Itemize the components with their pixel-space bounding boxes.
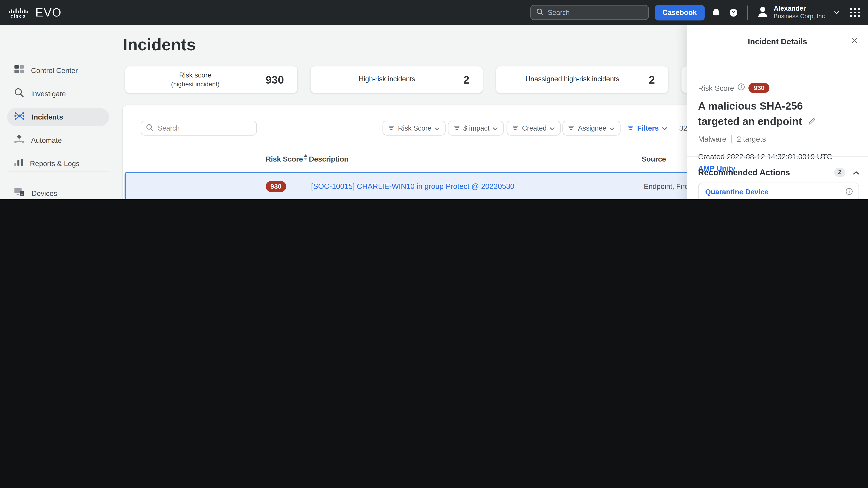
chevron-down-icon bbox=[493, 124, 498, 132]
stat-card-label: High-risk incidents bbox=[311, 75, 463, 84]
filter-chip-created[interactable]: Created bbox=[506, 121, 561, 135]
sidebar-item-incidents[interactable]: Incidents bbox=[7, 108, 109, 126]
stat-card: Unassigned high-risk incidents 2 bbox=[496, 66, 668, 93]
chevron-down-icon bbox=[610, 124, 615, 132]
app-grid-icon[interactable] bbox=[850, 8, 860, 17]
user-menu[interactable]: Alexander Business Corp, Inc bbox=[756, 5, 825, 20]
filter-icon bbox=[568, 124, 575, 132]
col-header-source: Source bbox=[642, 155, 666, 163]
filter-icon bbox=[389, 124, 395, 132]
sidebar-item-reports-logs[interactable]: Reports & Logs bbox=[7, 154, 109, 173]
table-search-input[interactable]: Search bbox=[141, 121, 257, 135]
risk-score-label: Risk Score bbox=[698, 84, 734, 92]
sidebar-item-label: Control Center bbox=[31, 66, 78, 75]
sidebar-item-investigate[interactable]: Investigate bbox=[7, 85, 109, 103]
filters-button[interactable]: Filters bbox=[628, 121, 667, 135]
automate-icon bbox=[14, 135, 24, 146]
notifications-bell-icon[interactable] bbox=[711, 7, 722, 18]
chevron-up-icon[interactable] bbox=[853, 167, 859, 177]
avatar-icon bbox=[756, 5, 770, 20]
cisco-logo-icon: cisco bbox=[9, 6, 28, 19]
incident-created: Created 2022-08-12 14:32:01.0019 UTC bbox=[698, 153, 832, 161]
user-org: Business Corp, Inc bbox=[774, 13, 825, 20]
page-title: Incidents bbox=[123, 35, 196, 54]
table-search-placeholder: Search bbox=[158, 124, 180, 132]
sidebar-item-label: Investigate bbox=[31, 90, 66, 98]
recommended-action-card[interactable]: Quarantine Device bbox=[698, 183, 859, 199]
stat-card: High-risk incidents 2 bbox=[311, 66, 483, 93]
casebook-button[interactable]: Casebook bbox=[655, 5, 705, 20]
stat-card-value: 2 bbox=[649, 73, 655, 86]
brand: cisco EVO bbox=[9, 6, 62, 19]
sidebar-item-label: Reports & Logs bbox=[30, 159, 79, 168]
user-name: Alexander bbox=[774, 5, 825, 13]
incident-category: Malware bbox=[698, 135, 726, 143]
chevron-down-icon bbox=[435, 124, 440, 132]
panel-divider bbox=[687, 156, 868, 157]
recommended-actions-header: Recommended Actions 2 bbox=[698, 167, 859, 177]
col-header-risk-score[interactable]: Risk Score bbox=[266, 155, 303, 163]
incidents-icon bbox=[14, 112, 24, 123]
panel-title: Incident Details bbox=[687, 37, 868, 46]
sidebar-item-control-center[interactable]: Control Center bbox=[7, 61, 109, 80]
incident-meta: Malware 2 targets bbox=[698, 135, 766, 143]
sidebar-item-automate[interactable]: Automate bbox=[7, 131, 109, 149]
search-icon bbox=[146, 124, 153, 132]
sidebar: Control CenterInvestigateIncidentsAutoma… bbox=[0, 25, 116, 199]
topbar-right-cluster: Search Casebook ? Alexander Business Cor… bbox=[530, 5, 860, 20]
sidebar-item-label: Devices bbox=[32, 189, 57, 198]
app-root: cisco EVO Search Casebook ? Alexander Bu… bbox=[0, 0, 868, 199]
stat-card: Risk score(highest incident) 930 bbox=[125, 66, 297, 93]
app-name: EVO bbox=[35, 6, 62, 19]
control-center-icon bbox=[14, 65, 24, 76]
incident-details-panel: Incident Details ✕ Risk Score 930 A mali… bbox=[687, 25, 868, 199]
cisco-bars-icon bbox=[9, 6, 28, 13]
filter-icon bbox=[628, 124, 634, 132]
reports-logs-icon bbox=[14, 159, 23, 168]
sidebar-divider bbox=[7, 171, 109, 171]
search-icon bbox=[536, 8, 544, 17]
investigate-icon bbox=[14, 88, 24, 99]
risk-score-badge: 930 bbox=[749, 83, 770, 93]
sort-icon[interactable] bbox=[303, 154, 308, 160]
filter-chip-assignee[interactable]: Assignee bbox=[562, 121, 621, 135]
incident-link[interactable]: [SOC-10015] CHARLIE-WIN10 in group Prote… bbox=[311, 182, 514, 191]
sidebar-item-label: Automate bbox=[31, 136, 62, 144]
action-link[interactable]: Quarantine Device bbox=[705, 188, 852, 196]
recommended-actions-title: Recommended Actions bbox=[698, 167, 834, 177]
devices-icon bbox=[14, 188, 24, 199]
risk-score-badge: 930 bbox=[266, 181, 286, 192]
info-icon[interactable] bbox=[738, 83, 745, 93]
filter-icon bbox=[513, 124, 519, 132]
col-header-description: Description bbox=[309, 155, 348, 163]
stat-card-value: 930 bbox=[266, 73, 284, 86]
stat-card-value: 2 bbox=[463, 73, 469, 86]
edit-pencil-icon[interactable] bbox=[808, 116, 815, 127]
meta-divider bbox=[731, 135, 732, 143]
sidebar-item-label: Incidents bbox=[32, 113, 63, 121]
filters-label: Filters bbox=[637, 124, 659, 132]
risk-score-row: Risk Score 930 bbox=[698, 83, 770, 93]
chevron-down-icon[interactable] bbox=[831, 7, 842, 18]
chevron-down-icon bbox=[550, 124, 555, 132]
cisco-wordmark: cisco bbox=[11, 13, 26, 19]
topbar-divider bbox=[747, 5, 747, 20]
close-icon[interactable]: ✕ bbox=[851, 36, 858, 46]
chevron-down-icon bbox=[662, 124, 667, 132]
global-search-placeholder: Search bbox=[548, 8, 569, 16]
incident-title: A malicious SHA-256 targeted an endpoint bbox=[698, 98, 853, 129]
filter-icon bbox=[454, 124, 460, 132]
info-icon[interactable] bbox=[845, 188, 853, 197]
help-icon[interactable]: ? bbox=[728, 7, 739, 18]
recommended-actions-count: 2 bbox=[834, 167, 845, 177]
sidebar-item-devices[interactable]: Devices bbox=[7, 184, 109, 199]
stat-card-label: Unassigned high-risk incidents bbox=[496, 75, 649, 84]
filter-chip-impact[interactable]: $ impact bbox=[448, 121, 504, 135]
incident-targets-summary: 2 targets bbox=[737, 135, 766, 143]
stat-card-label: Risk score(highest incident) bbox=[125, 71, 266, 88]
top-bar: cisco EVO Search Casebook ? Alexander Bu… bbox=[0, 0, 868, 25]
filter-chip-risk-score[interactable]: Risk Score bbox=[382, 121, 446, 135]
global-search-input[interactable]: Search bbox=[530, 5, 649, 20]
